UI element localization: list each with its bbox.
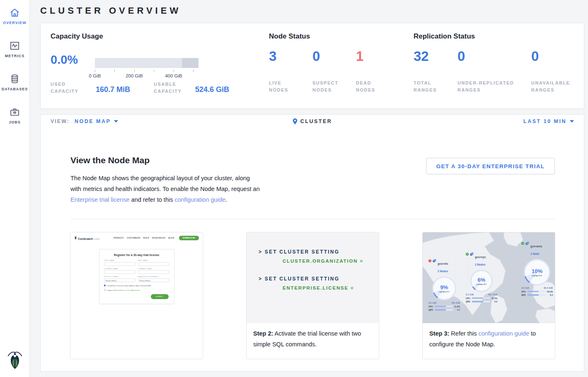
region-name: geo=ams [530, 245, 542, 248]
live-nodes-value: 3 [269, 48, 276, 64]
qps-bar [435, 309, 453, 311]
sql-command-line: > SET CLUSTER SETTING [259, 249, 379, 255]
total-ranges-label: TOTAL RANGES [414, 80, 445, 94]
node-map-description: The Node Map shows the geographical layo… [70, 173, 262, 205]
cpu-value: 11.0% [454, 305, 460, 308]
time-range-value: LAST 10 MIN [523, 118, 566, 124]
sql-command-line: > SET CLUSTER SETTING [259, 276, 379, 282]
step-cards: Cockroach LABS PRODUCT CUSTOMERS DOCS RE… [70, 232, 555, 359]
capacity-usage-title: Capacity Usage [51, 32, 103, 41]
nodes-cube-icon [433, 259, 436, 263]
mini-checkbox-label: I agree to the Software License Agreemen… [107, 289, 140, 291]
breadcrumb-cluster-label: CLUSTER [300, 118, 332, 124]
axis-tick [134, 70, 135, 72]
cluster-summary-card: Capacity Usage 0.0% 0 GiB 200 GiB 400 Gi… [40, 23, 584, 109]
cockroach-logo [7, 350, 23, 371]
view-toolbar: VIEW: NODE MAP CLUSTER LAST 10 MIN [40, 114, 584, 128]
dead-nodes-value: 1 [356, 48, 363, 64]
metrics-icon [9, 40, 20, 51]
mini-nav-item: PRODUCT [114, 237, 124, 239]
sidebar-item-metrics[interactable]: METRICS [5, 40, 25, 66]
mini-nav-item: DOCS [143, 237, 149, 239]
sql-statement: > SET CLUSTER SETTING ENTERPRISE.LICENSE… [247, 276, 379, 290]
mini-license-agreement-link: Software License Agreement. [118, 289, 140, 291]
used-capacity-value: 160.7 MiB [96, 85, 130, 94]
node-map-panel: View the Node Map The Node Map shows the… [40, 128, 584, 372]
region-name: geo=sfo [438, 262, 448, 265]
cpu-label: CPU [428, 305, 433, 308]
mini-text-input [138, 270, 169, 274]
mini-logo-text: Cockroach [78, 237, 93, 240]
caption-text: Refer this [449, 330, 478, 337]
qps-value: 0.4 [547, 294, 553, 296]
region-node-count: 2 Nodes [438, 270, 448, 273]
capacity-label: CAPACITY [476, 283, 487, 285]
mini-download-button: DOWNLOAD [179, 236, 199, 240]
step-2-caption: Step 2: Activate the trial license with … [247, 323, 379, 355]
cpu-bar [528, 291, 546, 292]
sidebar-item-jobs[interactable]: JOBS [9, 106, 21, 133]
axis-tick-label: 400 GiB [161, 73, 186, 78]
section-divider [70, 219, 555, 219]
view-mode-dropdown[interactable]: NODE MAP [75, 118, 118, 124]
usable-capacity-label: USABLE CAPACITY [154, 81, 189, 95]
qps-bar [528, 294, 546, 296]
mini-field-label: PROJECT PHASE [104, 276, 136, 278]
breadcrumb[interactable]: CLUSTER [293, 118, 332, 125]
node-map-heading: View the Node Map [70, 155, 150, 165]
step-2-card: > SET CLUSTER SETTING CLUSTER.ORGANIZATI… [246, 232, 379, 359]
unavailable-ranges-value: 0 [531, 48, 539, 64]
nodes-cube-icon [525, 242, 529, 245]
jobs-icon [9, 106, 20, 118]
axis-tick [174, 70, 174, 72]
enterprise-trial-license-link[interactable]: Enterprise trial license [70, 196, 130, 203]
node-map-region-nyc: ✓ geo=nyc2 Nodes 6%CAPACITY 3.7 GiB43.7 … [466, 252, 497, 303]
replication-status-title: Replication Status [414, 32, 475, 41]
used-capacity: 3.7 GiB [466, 293, 474, 296]
region-node-count: 2 Nodes [475, 263, 485, 266]
mini-text-input [104, 270, 136, 274]
mini-field-label: COMPANY EMAIL [138, 268, 169, 270]
healthy-status-icon: ✓ [521, 242, 524, 245]
mini-nav-item: RESOURCES [152, 237, 165, 239]
node-map-region-ams: ✓ geo=ams1 Node 10%CAPACITY 3.6 GiB36.4 … [521, 242, 553, 296]
node-status-title: Node Status [269, 32, 310, 41]
mini-field-label: FIRST NAME [104, 260, 136, 261]
enterprise-trial-button[interactable]: GET A 30-DAY ENTERPRISE TRIAL [426, 158, 555, 174]
view-mode-value: NODE MAP [75, 118, 111, 124]
home-icon [9, 7, 20, 18]
used-capacity: 3.2 GiB [428, 302, 436, 304]
live-nodes-label: LIVE NODES [269, 80, 300, 94]
qps-value: 0.0 [491, 300, 497, 303]
axis-tick-label: 0 GiB [82, 73, 107, 78]
mini-select: Please Select [104, 278, 136, 282]
sidebar: OVERVIEW METRICS DATABASES JOBS [0, 0, 30, 377]
step-label: Step 2: [253, 330, 273, 337]
step-3-card: ! geo=sfo2 Nodes 9%CAPACITY 3.2 GiB351 G… [422, 232, 555, 359]
description-text: The Node Map shows the geographical layo… [70, 175, 260, 192]
mini-checkbox-row: I agree to the Software License Agreemen… [104, 289, 169, 291]
sidebar-item-label: OVERVIEW [3, 21, 26, 25]
cpu-bar [472, 297, 490, 299]
configuration-guide-link[interactable]: configuration guide [174, 196, 225, 203]
mini-select: Please Select [138, 278, 169, 282]
trial-license-site-preview: Cockroach LABS PRODUCT CUSTOMERS DOCS RE… [70, 232, 203, 359]
mini-checkbox-unchecked [104, 289, 106, 291]
sidebar-item-databases[interactable]: DATABASES [2, 73, 28, 99]
used-capacity: 3.6 GiB [521, 287, 529, 289]
sidebar-item-overview[interactable]: OVERVIEW [3, 7, 26, 33]
capacity-gauge: 10%CAPACITY [524, 259, 550, 285]
sql-statement: > SET CLUSTER SETTING CLUSTER.ORGANIZATI… [247, 249, 379, 263]
chevron-down-icon [570, 120, 574, 123]
mini-field-label: COMPANY NAME [104, 268, 136, 270]
sql-setting-line: ENTERPRISE.LICENSE = [283, 285, 379, 290]
time-range-dropdown[interactable]: LAST 10 MIN [523, 118, 574, 124]
unavailable-ranges-label: UNAVAILABLE RANGES [531, 80, 577, 94]
description-text: . [225, 196, 227, 203]
region-node-count: 1 Node [530, 252, 540, 255]
region-name: geo=nyc [475, 256, 486, 259]
mini-cockroach-labs-logo: Cockroach LABS [74, 236, 100, 240]
configuration-guide-link[interactable]: configuration guide [478, 330, 529, 337]
mini-field-label: LAST NAME [138, 260, 169, 261]
dead-nodes-label: DEAD NODES [356, 80, 387, 94]
